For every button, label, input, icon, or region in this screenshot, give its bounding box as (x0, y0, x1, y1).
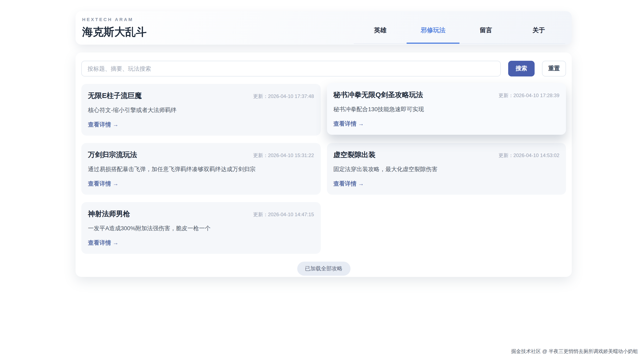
header: HEXTECH ARAM 海克斯大乱斗 英雄 邪修玩法 留言 关于 (76, 11, 572, 45)
guide-updated-at: 更新：2026-04-10 17:37:48 (253, 93, 314, 100)
guide-title: 秘书冲拳无限Q剑圣攻略玩法 (333, 90, 423, 100)
footer-watermark: 掘金技术社区 @ 半夜三更悄悄去厕所调戏娇美蠕动小奶蛆 (511, 348, 638, 355)
content-panel: 搜索 重置 无限E柱子流巨魔 更新：2026-04-10 17:37:48 核心… (76, 53, 572, 277)
guide-summary: 核心符文-缩小引擎或者大法师羁绊 (88, 107, 314, 114)
nav-item-about[interactable]: 关于 (512, 18, 565, 44)
guide-card: 无限E柱子流巨魔 更新：2026-04-10 17:37:48 核心符文-缩小引… (81, 84, 320, 136)
load-status-badge: 已加载全部攻略 (297, 262, 350, 276)
guide-title: 无限E柱子流巨魔 (88, 91, 142, 100)
guide-card: 虚空裂隙出装 更新：2026-04-10 14:53:02 固定法穿出装攻略，最… (327, 143, 566, 195)
guide-card-header: 秘书冲拳无限Q剑圣攻略玩法 更新：2026-04-10 17:28:39 (333, 90, 559, 100)
guide-grid: 无限E柱子流巨魔 更新：2026-04-10 17:37:48 核心符文-缩小引… (81, 84, 566, 254)
guide-summary: 固定法穿出装攻略，最大化虚空裂隙伤害 (333, 166, 559, 173)
nav-item-comments[interactable]: 留言 (460, 18, 512, 44)
guide-updated-at: 更新：2026-04-10 14:53:02 (498, 152, 559, 159)
guide-card-header: 万剑归宗流玩法 更新：2026-04-10 15:31:22 (88, 150, 314, 159)
brand: HEXTECH ARAM 海克斯大乱斗 (82, 17, 146, 39)
brand-label: HEXTECH ARAM (82, 17, 146, 22)
view-details-link[interactable]: 查看详情 → (333, 180, 364, 188)
view-details-link[interactable]: 查看详情 → (88, 239, 118, 247)
view-details-link[interactable]: 查看详情 → (333, 120, 364, 128)
guide-updated-at: 更新：2026-04-10 17:28:39 (498, 92, 559, 99)
nav-item-heroes[interactable]: 英雄 (354, 18, 407, 44)
guide-summary: 一发平A造成300%附加法强伤害，脆皮一枪一个 (88, 225, 314, 232)
guide-title: 虚空裂隙出装 (333, 150, 376, 159)
search-input[interactable] (81, 61, 501, 76)
guide-summary: 秘书冲拳配合130技能急速即可实现 (333, 106, 559, 113)
page: HEXTECH ARAM 海克斯大乱斗 英雄 邪修玩法 留言 关于 搜索 重置 … (0, 0, 644, 360)
nav-item-guides[interactable]: 邪修玩法 (407, 18, 460, 44)
guide-card-header: 神射法师男枪 更新：2026-04-10 14:47:15 (88, 209, 314, 219)
main-nav: 英雄 邪修玩法 留言 关于 (354, 18, 565, 44)
view-details-link[interactable]: 查看详情 → (88, 180, 118, 188)
reset-button[interactable]: 重置 (542, 61, 566, 76)
page-title: 海克斯大乱斗 (82, 25, 146, 39)
guide-updated-at: 更新：2026-04-10 15:31:22 (253, 152, 314, 159)
guide-card: 秘书冲拳无限Q剑圣攻略玩法 更新：2026-04-10 17:28:39 秘书冲… (327, 83, 566, 135)
search-bar: 搜索 重置 (81, 61, 566, 76)
view-details-link[interactable]: 查看详情 → (88, 121, 118, 128)
guide-card-header: 虚空裂隙出装 更新：2026-04-10 14:53:02 (333, 150, 559, 159)
guide-updated-at: 更新：2026-04-10 14:47:15 (253, 211, 314, 218)
search-button[interactable]: 搜索 (508, 61, 534, 76)
guide-title: 神射法师男枪 (88, 209, 130, 219)
guide-summary: 通过易损搭配暴击飞弹，加任意飞弹羁绊凑够双羁绊达成万剑归宗 (88, 166, 314, 173)
guide-card: 神射法师男枪 更新：2026-04-10 14:47:15 一发平A造成300%… (81, 202, 320, 254)
guide-card-header: 无限E柱子流巨魔 更新：2026-04-10 17:37:48 (88, 91, 314, 100)
load-status-wrap: 已加载全部攻略 (81, 262, 566, 276)
guide-card: 万剑归宗流玩法 更新：2026-04-10 15:31:22 通过易损搭配暴击飞… (81, 143, 320, 195)
guide-title: 万剑归宗流玩法 (88, 150, 137, 159)
